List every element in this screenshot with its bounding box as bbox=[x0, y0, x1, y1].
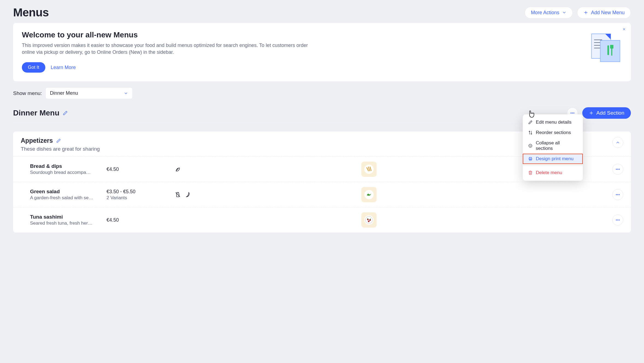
svg-point-17 bbox=[529, 144, 532, 147]
more-horizontal-icon bbox=[615, 192, 620, 197]
svg-rect-8 bbox=[600, 40, 620, 62]
menu-item-row: Green salad A garden-fresh salad with se… bbox=[13, 182, 631, 207]
banner-description: This improved version makes it easier to… bbox=[22, 42, 320, 56]
item-name: Bread & dips bbox=[30, 163, 101, 169]
chili-icon bbox=[185, 192, 191, 198]
welcome-banner: Welcome to your all-new Menus This impro… bbox=[13, 23, 631, 81]
menu-selector[interactable]: Dinner Menu bbox=[45, 87, 133, 99]
item-more-button[interactable] bbox=[612, 215, 623, 225]
svg-point-30 bbox=[619, 169, 619, 169]
dropdown-collapse-label: Collapse all sections bbox=[536, 140, 577, 151]
add-section-button[interactable]: Add Section bbox=[582, 107, 631, 119]
svg-point-55 bbox=[619, 220, 619, 220]
svg-point-34 bbox=[23, 194, 24, 195]
collapse-section-button[interactable] bbox=[612, 137, 623, 148]
pencil-icon bbox=[63, 111, 68, 115]
svg-point-49 bbox=[365, 216, 373, 224]
dropdown-design-print[interactable]: Design print menu bbox=[523, 154, 583, 164]
drag-icon bbox=[21, 166, 24, 172]
more-actions-label: More Actions bbox=[531, 10, 559, 16]
edit-menu-name-button[interactable] bbox=[63, 111, 68, 115]
item-more-button[interactable] bbox=[612, 164, 623, 175]
svg-point-53 bbox=[616, 220, 617, 220]
dropdown-delete[interactable]: Delete menu bbox=[523, 168, 583, 178]
item-price: €4.50 bbox=[107, 166, 169, 172]
item-name: Green salad bbox=[30, 189, 101, 195]
chevron-down-icon bbox=[124, 91, 128, 96]
dropdown-reorder[interactable]: Reorder sections bbox=[523, 127, 583, 138]
dropdown-separator bbox=[523, 166, 583, 166]
svg-point-42 bbox=[21, 218, 22, 219]
menu-actions-dropdown: Edit menu details Reorder sections Colla… bbox=[523, 114, 583, 181]
item-name: Tuna sashimi bbox=[30, 214, 101, 220]
add-section-label: Add Section bbox=[596, 110, 624, 116]
collapse-icon bbox=[528, 144, 533, 148]
dropdown-edit-details[interactable]: Edit menu details bbox=[523, 117, 583, 127]
page-title: Menus bbox=[13, 6, 49, 19]
svg-point-29 bbox=[618, 169, 618, 169]
item-more-button[interactable] bbox=[612, 189, 623, 200]
edit-section-title-button[interactable] bbox=[56, 138, 61, 143]
svg-point-41 bbox=[619, 194, 619, 195]
svg-point-45 bbox=[23, 220, 24, 221]
svg-point-23 bbox=[21, 169, 22, 170]
trash-icon bbox=[528, 171, 533, 175]
item-thumbnail bbox=[361, 212, 377, 228]
got-it-button[interactable]: Got It bbox=[22, 62, 45, 73]
plus-icon bbox=[589, 111, 594, 115]
svg-rect-20 bbox=[530, 159, 531, 161]
close-icon[interactable] bbox=[622, 27, 626, 32]
add-new-menu-label: Add New Menu bbox=[591, 10, 625, 16]
menu-item-row: Tuna sashimi Seared fresh tuna, fresh he… bbox=[13, 207, 631, 233]
dropdown-reorder-label: Reorder sections bbox=[536, 130, 571, 135]
svg-point-43 bbox=[23, 218, 24, 219]
drag-icon bbox=[21, 217, 24, 223]
menu-selector-value: Dinner Menu bbox=[50, 90, 78, 96]
printer-icon bbox=[528, 157, 533, 161]
svg-point-46 bbox=[21, 222, 22, 222]
svg-point-28 bbox=[616, 169, 617, 169]
leaf-icon bbox=[175, 166, 181, 172]
more-horizontal-icon bbox=[615, 167, 620, 172]
drag-handle[interactable] bbox=[21, 166, 25, 172]
show-menu-label: Show menu: bbox=[13, 90, 42, 96]
section-subtitle: These dishes are great for sharing bbox=[21, 146, 100, 152]
svg-point-36 bbox=[23, 196, 24, 197]
drag-handle[interactable] bbox=[21, 192, 25, 197]
svg-point-25 bbox=[21, 171, 22, 172]
svg-point-26 bbox=[23, 171, 24, 172]
svg-point-39 bbox=[616, 194, 617, 195]
svg-point-40 bbox=[618, 194, 618, 195]
svg-point-13 bbox=[572, 113, 572, 113]
drag-icon bbox=[21, 192, 24, 197]
item-price: €4.50 bbox=[107, 217, 169, 223]
dropdown-collapse[interactable]: Collapse all sections bbox=[523, 138, 583, 154]
svg-point-35 bbox=[21, 196, 22, 197]
more-horizontal-icon bbox=[615, 218, 620, 222]
svg-point-31 bbox=[21, 192, 22, 193]
chevron-down-icon bbox=[562, 10, 566, 15]
banner-title: Welcome to your all-new Menus bbox=[22, 31, 320, 39]
dropdown-design-label: Design print menu bbox=[536, 156, 574, 162]
section-title: Appetizers bbox=[21, 137, 53, 144]
dairy-free-icon bbox=[175, 192, 181, 198]
add-new-menu-button[interactable]: Add New Menu bbox=[577, 7, 631, 19]
svg-point-22 bbox=[23, 167, 24, 168]
item-desc: A garden-fresh salad with se… bbox=[30, 195, 101, 201]
drag-handle[interactable] bbox=[21, 217, 25, 223]
pencil-icon bbox=[56, 138, 61, 143]
svg-point-24 bbox=[23, 169, 24, 170]
svg-point-44 bbox=[21, 220, 22, 221]
plus-icon bbox=[583, 10, 588, 15]
svg-point-47 bbox=[23, 222, 24, 222]
chevron-up-icon bbox=[616, 140, 620, 145]
svg-point-33 bbox=[21, 194, 22, 195]
item-thumbnail bbox=[361, 187, 377, 202]
svg-point-21 bbox=[21, 167, 22, 168]
svg-point-54 bbox=[618, 220, 618, 220]
learn-more-link[interactable]: Learn More bbox=[51, 65, 76, 70]
svg-point-52 bbox=[368, 221, 370, 222]
item-price: €3.50 - €5.50 bbox=[107, 189, 169, 195]
item-thumbnail bbox=[361, 162, 377, 177]
more-actions-button[interactable]: More Actions bbox=[525, 7, 573, 19]
